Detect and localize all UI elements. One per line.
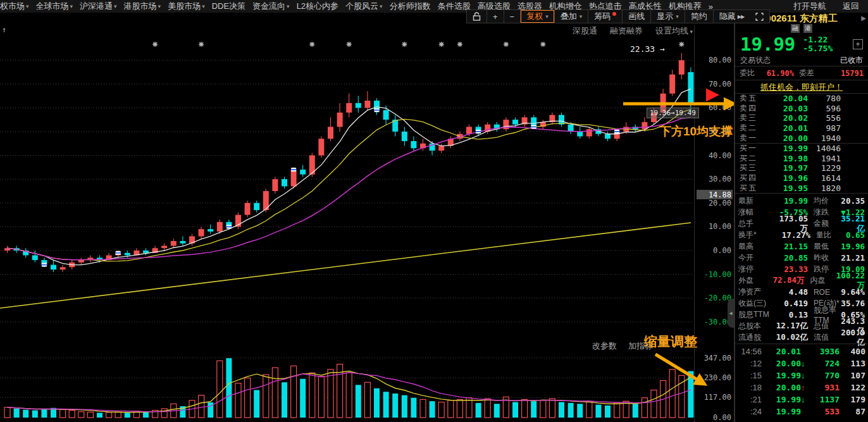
orderbook-level-label: 卖一 bbox=[740, 133, 762, 144]
trade-status-row: 交易状态 已收市 bbox=[735, 55, 868, 66]
menu-item[interactable]: 返回 bbox=[843, 1, 859, 12]
trade-count: 122 bbox=[840, 383, 865, 392]
next-stock-arrow[interactable]: ▶ bbox=[861, 15, 866, 22]
trade-count: 400 bbox=[840, 347, 865, 356]
stat-value: 23.33 bbox=[772, 264, 808, 274]
bid-row[interactable]: 买五19.951820 bbox=[735, 183, 868, 193]
ask-row[interactable]: 卖三20.02556 bbox=[735, 113, 868, 123]
menu-item[interactable]: 港股市场▾ bbox=[124, 1, 161, 12]
toolbar-button-简约[interactable]: 简约 bbox=[685, 10, 714, 23]
stat-label: 总股本 bbox=[738, 321, 772, 332]
trade-volume: 724 bbox=[809, 359, 840, 368]
trade-row[interactable]: :2419.9953387 bbox=[735, 406, 868, 418]
lock-icon[interactable] bbox=[467, 10, 487, 23]
margin-badge: 融 bbox=[791, 24, 800, 33]
menu-item[interactable]: 条件选股 bbox=[438, 1, 471, 12]
stat-label: 昨收 bbox=[808, 252, 841, 263]
chevron-down-icon: ▾ bbox=[114, 3, 117, 9]
toolbar-button-label: 画线 bbox=[628, 11, 645, 22]
menu-item[interactable]: L2核心内参 bbox=[297, 1, 338, 12]
orderbook-volume: 987 bbox=[808, 123, 864, 133]
menu-item[interactable]: 打开导航 bbox=[793, 1, 826, 12]
stats-row: 总手173.05万金额35.21亿 bbox=[735, 218, 868, 230]
toolbar-button-label: 显示 bbox=[657, 11, 673, 22]
orderbook-price: 19.99 bbox=[762, 144, 808, 153]
stat-label: 内盘 bbox=[805, 275, 836, 286]
svg-text:347.00: 347.00 bbox=[704, 354, 731, 363]
scroll-up-hint[interactable]: ↑ bbox=[2, 25, 6, 34]
trade-row[interactable]: :1820.00↑931122 bbox=[735, 382, 868, 394]
bid-row[interactable]: 买一19.9914046 bbox=[735, 144, 868, 154]
trade-row[interactable]: 14:5620.013936400 bbox=[735, 345, 868, 357]
zoom-out-button[interactable]: − bbox=[504, 10, 521, 23]
orderbook-price: 20.04 bbox=[762, 94, 808, 103]
bid-row[interactable]: 买四19.961614 bbox=[735, 173, 868, 183]
toolbar-button-显示[interactable]: 显示▾ bbox=[651, 10, 685, 23]
stat-value: 20.35 bbox=[841, 196, 865, 206]
margin-badge: 港 bbox=[803, 24, 812, 33]
stat-label: 最高 bbox=[738, 241, 772, 252]
stat-value: 21.15 bbox=[772, 242, 808, 251]
toolbar-button-label: 叠加 bbox=[561, 11, 577, 22]
ask-row[interactable]: 卖二20.01987 bbox=[735, 123, 868, 133]
open-account-ad-link[interactable]: 抓住机会，即刻开户！ bbox=[735, 80, 868, 94]
zoom-in-button[interactable]: + bbox=[487, 10, 504, 23]
add-to-watchlist-button[interactable]: + bbox=[853, 39, 863, 49]
trade-status-value: 已收市 bbox=[840, 55, 863, 66]
stats-row: 换手*17.27%量比0.65 bbox=[735, 230, 868, 241]
trade-status-label: 交易状态 bbox=[740, 55, 771, 66]
trade-row[interactable]: :1220.00↓724113 bbox=[735, 357, 868, 369]
volume-shrink-annotation: 缩量调整 bbox=[644, 333, 697, 351]
stat-label: 总手 bbox=[738, 218, 772, 229]
weibi-row: 委比 61.90% 委差 15791 bbox=[735, 66, 868, 80]
svg-text:10.00: 10.00 bbox=[709, 222, 731, 231]
orderbook-level-label: 卖二 bbox=[740, 123, 762, 133]
expand-corners-icon bbox=[755, 13, 764, 21]
toolbar-button-叠加[interactable]: 叠加▾ bbox=[555, 10, 589, 23]
chevron-down-icon: ▾ bbox=[202, 3, 205, 9]
menu-item[interactable]: 沪深港通▾ bbox=[80, 1, 117, 12]
sub-link-融资融券[interactable]: 融资融券 bbox=[610, 25, 643, 37]
ask-row[interactable]: 卖四20.03596 bbox=[735, 104, 868, 114]
menu-item[interactable]: 美股市场▾ bbox=[168, 1, 205, 12]
bid-row[interactable]: 买三19.971229 bbox=[735, 163, 868, 173]
menu-item-label: DDE决策 bbox=[212, 1, 245, 12]
trade-volume: 931 bbox=[809, 383, 840, 392]
stat-label: 均价 bbox=[808, 195, 841, 206]
menu-item[interactable]: 期权市场▾ bbox=[0, 1, 29, 12]
trade-count: 107 bbox=[840, 371, 865, 380]
chevron-down-icon: ▾ bbox=[380, 3, 383, 9]
menu-item[interactable]: 分析师指数 bbox=[390, 1, 431, 12]
trade-row[interactable]: :2119.99↓1137179 bbox=[735, 394, 868, 406]
toolbar-button-筹码[interactable]: 筹码 bbox=[588, 10, 623, 23]
orderbook-volume: 1614 bbox=[808, 173, 864, 183]
peak-price-annotation: 22.33 → bbox=[630, 44, 665, 54]
sub-link-深股通[interactable]: 深股通 bbox=[573, 25, 597, 37]
ask-row[interactable]: 卖一20.001940 bbox=[735, 133, 868, 143]
toolbar-button-画线[interactable]: 画线 bbox=[623, 10, 651, 23]
panel-collapse-handle[interactable]: ◂ bbox=[728, 299, 734, 328]
toolbar-button-复权[interactable]: 复权▾ bbox=[521, 10, 555, 23]
stock-stats: 最新19.99均价20.35涨幅-5.75%涨跌▼1.22总手173.05万金额… bbox=[735, 194, 868, 344]
trade-row[interactable]: :1519.99↓770107 bbox=[735, 369, 868, 382]
trade-time: :18 bbox=[738, 383, 762, 392]
menu-item[interactable]: 资金流向▾ bbox=[252, 1, 290, 12]
trade-count: 113 bbox=[840, 359, 865, 368]
ask-row[interactable]: 卖五20.04780 bbox=[735, 94, 868, 104]
stat-label: 涨跌 bbox=[808, 207, 841, 218]
fullscreen-icon[interactable] bbox=[750, 10, 769, 23]
menu-item-label: 沪深港通 bbox=[80, 1, 113, 12]
orderbook-price: 20.01 bbox=[762, 123, 808, 133]
trade-direction-arrow-icon: ↓ bbox=[801, 359, 809, 368]
menu-item[interactable]: DDE决策 bbox=[212, 1, 245, 12]
toolbar-button-隐藏[interactable]: 隐藏▶▶ bbox=[714, 10, 750, 23]
menu-item[interactable]: 个股风云▾ bbox=[345, 1, 383, 12]
orderbook-volume: 1940 bbox=[808, 133, 864, 143]
sub-link-设置均线[interactable]: 设置均线 ▾ bbox=[655, 25, 693, 37]
edit-params-button[interactable]: 改参数 bbox=[592, 340, 617, 352]
weibi-label: 委比 bbox=[740, 68, 755, 78]
orderbook-level-label: 买二 bbox=[740, 153, 762, 164]
stat-value: 10.02亿 bbox=[772, 332, 808, 343]
bid-row[interactable]: 买二19.981941 bbox=[735, 154, 868, 164]
menu-item[interactable]: 全球市场▾ bbox=[36, 1, 73, 12]
